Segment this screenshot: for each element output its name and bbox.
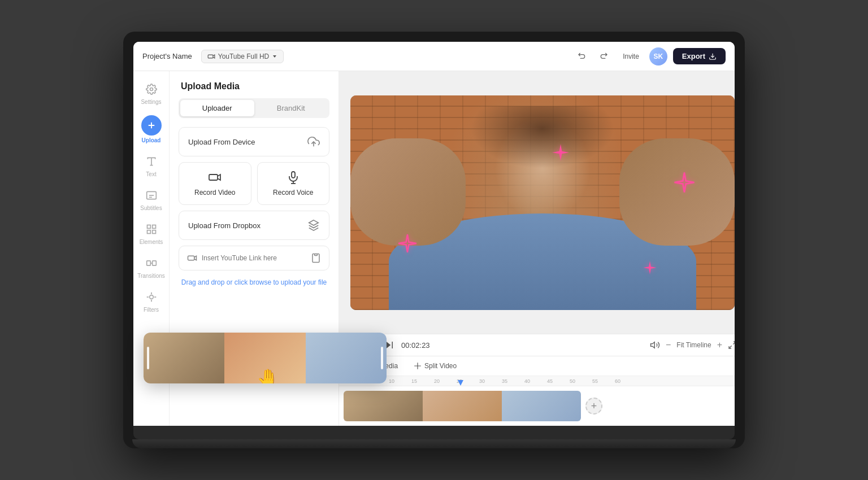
resolution-label: YouTube Full HD (218, 53, 270, 60)
upload-panel-title: Upload Media (170, 71, 338, 98)
track-thumb-2 (423, 391, 502, 421)
left-arm-layer (350, 138, 466, 246)
sparkle-2 (672, 171, 696, 197)
record-options: Record Video Record Voice (179, 162, 329, 205)
fit-timeline-label: Fit Timeline (676, 341, 711, 349)
microphone-icon (287, 171, 300, 184)
hand-cursor-icon: 🤚 (257, 368, 279, 383)
svg-rect-10 (147, 225, 150, 229)
sidebar-text-label: Text (146, 171, 156, 177)
resolution-selector[interactable]: YouTube Full HD (201, 50, 284, 63)
text-icon (144, 154, 159, 169)
svg-rect-23 (209, 174, 218, 180)
sparkle-4 (642, 260, 658, 278)
record-voice-option[interactable]: Record Voice (257, 162, 330, 205)
upload-from-device[interactable]: Upload From Device (179, 127, 329, 156)
record-video-option[interactable]: Record Video (179, 162, 251, 205)
svg-rect-15 (152, 261, 156, 265)
avatar: SK (649, 47, 667, 66)
timeline-area: + Add Media Split Video 0 5 10 15 20 (339, 356, 735, 426)
svg-rect-14 (146, 261, 150, 265)
add-track-button[interactable]: + (585, 398, 602, 414)
video-content (350, 95, 735, 310)
timeline-tracks: + (339, 386, 735, 426)
sidebar-item-filters[interactable]: Filters (136, 285, 167, 317)
subtitles-icon (144, 187, 159, 203)
split-video-button[interactable]: Split Video (409, 360, 461, 372)
sidebar-elements-label: Elements (140, 239, 163, 245)
sidebar-item-transitions[interactable]: Transitions (136, 251, 167, 283)
timeline-toolbar: + Add Media Split Video (339, 356, 735, 376)
redo-button[interactable] (594, 47, 613, 66)
dropbox-icon (307, 219, 320, 232)
video-container (339, 71, 735, 334)
record-video-icon (208, 171, 222, 184)
track-clip[interactable] (344, 391, 581, 421)
transitions-icon (144, 255, 159, 271)
track-thumb-3 (502, 391, 581, 421)
sidebar-subtitles-label: Subtitles (140, 205, 162, 211)
track-thumb-1 (344, 391, 423, 421)
sidebar-upload-label: Upload (142, 137, 161, 143)
svg-line-35 (729, 346, 732, 348)
filters-icon (144, 289, 159, 305)
sparkle-3 (397, 233, 418, 256)
zoom-minus[interactable]: − (666, 340, 671, 350)
video-icon (207, 53, 215, 60)
svg-line-34 (733, 342, 735, 344)
svg-rect-27 (188, 256, 194, 260)
sidebar-item-text[interactable]: Text (136, 149, 167, 182)
chevron-down-icon (272, 54, 277, 59)
tab-brandkit[interactable]: BrandKit (254, 100, 328, 116)
upload-from-dropbox[interactable]: Upload From Dropbox (179, 211, 329, 240)
sidebar-item-upload[interactable]: Upload (136, 111, 167, 148)
export-button[interactable]: Export (673, 48, 726, 64)
preview-area: 00:02:23 − Fit Timeline + (339, 71, 735, 426)
project-name: Project's Name (142, 52, 192, 60)
tab-uploader[interactable]: Uploader (180, 100, 254, 116)
volume-button[interactable] (650, 340, 660, 350)
upload-cloud-icon (307, 136, 320, 148)
strip-thumb-1 (144, 333, 224, 383)
sidebar-filters-label: Filters (144, 307, 159, 313)
top-bar: Project's Name YouTube Full HD Invite (133, 42, 735, 71)
settings-icon (144, 81, 159, 97)
top-right-actions: Invite SK Export (573, 47, 726, 66)
svg-point-17 (149, 295, 153, 299)
svg-rect-28 (315, 254, 318, 256)
sidebar-settings-label: Settings (141, 99, 161, 105)
svg-rect-12 (147, 230, 150, 234)
svg-rect-11 (152, 225, 155, 229)
fullscreen-button[interactable] (728, 341, 735, 350)
floating-thumbnail-strip: 🤚 (144, 333, 387, 383)
track-clip-inner (344, 391, 581, 421)
youtube-icon (187, 253, 197, 263)
time-display: 00:02:23 (401, 341, 435, 350)
svg-rect-0 (208, 55, 213, 58)
video-frame (350, 95, 735, 310)
elements-icon (144, 221, 159, 237)
youtube-link-input[interactable] (202, 254, 306, 262)
sidebar-item-settings[interactable]: Settings (136, 77, 167, 110)
strip-handle-left[interactable] (147, 347, 149, 369)
browse-link[interactable]: browse (249, 278, 271, 286)
svg-rect-13 (152, 230, 155, 234)
strip-handle-right[interactable] (381, 347, 383, 369)
sparkle-1 (550, 142, 571, 165)
playback-right: − Fit Timeline + (650, 340, 735, 350)
sidebar-transitions-label: Transitions (137, 273, 165, 279)
sidebar-item-elements[interactable]: Elements (136, 217, 167, 250)
undo-redo-group (573, 47, 613, 66)
timeline-ruler: 0 5 10 15 20 25 30 35 40 45 50 55 60 (339, 376, 735, 386)
youtube-link-input-wrapper[interactable] (179, 246, 329, 270)
zoom-plus[interactable]: + (717, 340, 722, 350)
svg-point-2 (150, 88, 153, 91)
svg-marker-33 (650, 342, 654, 348)
paste-icon (311, 253, 321, 263)
export-icon (709, 53, 717, 60)
upload-icon (141, 115, 162, 136)
invite-button[interactable]: Invite (618, 50, 644, 63)
laptop-base (132, 439, 736, 448)
sidebar-item-subtitles[interactable]: Subtitles (136, 183, 167, 216)
undo-button[interactable] (573, 47, 591, 66)
